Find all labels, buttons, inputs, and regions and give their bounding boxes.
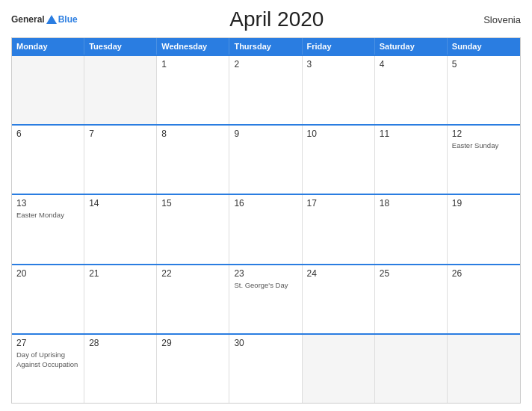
day-number: 21 [89, 268, 152, 279]
calendar-cell: 28 [84, 335, 157, 403]
calendar-cell: 19 [448, 195, 520, 263]
day-number: 10 [307, 129, 370, 139]
day-number: 26 [452, 268, 516, 279]
calendar-cell: 14 [84, 195, 157, 263]
day-number: 1 [161, 59, 224, 69]
calendar-cell: 5 [448, 56, 520, 124]
calendar-grid: MondayTuesdayWednesdayThursdayFridaySatu… [11, 37, 521, 404]
calendar-cell: 6 [12, 126, 84, 194]
calendar-cell: 18 [375, 195, 448, 263]
weekday-header: Friday [303, 38, 375, 55]
day-number: 29 [161, 338, 224, 348]
calendar-cell: 16 [229, 195, 302, 263]
calendar-cell [448, 335, 520, 403]
day-number: 18 [380, 198, 442, 208]
day-number: 14 [89, 198, 152, 208]
day-number: 23 [234, 268, 297, 279]
weekday-header: Saturday [375, 38, 448, 55]
country-label: Slovenia [476, 14, 521, 25]
calendar-cell: 12Easter Sunday [448, 126, 520, 194]
calendar-cell: 13Easter Monday [12, 195, 84, 263]
calendar-cell: 23St. George's Day [229, 265, 302, 333]
day-number: 25 [380, 268, 442, 279]
holiday-label: St. George's Day [234, 281, 288, 289]
calendar-cell: 26 [448, 265, 520, 333]
day-number: 17 [307, 198, 370, 208]
weekday-header: Wednesday [157, 38, 229, 55]
holiday-label: Easter Monday [16, 211, 64, 219]
calendar-cell: 17 [303, 195, 375, 263]
weekday-header: Tuesday [84, 38, 157, 55]
weekday-header: Sunday [448, 38, 520, 55]
day-number: 27 [16, 338, 79, 348]
logo-general-text: General [11, 14, 45, 25]
logo-triangle-icon [46, 15, 57, 24]
calendar-cell [375, 335, 448, 403]
calendar-cell [303, 335, 375, 403]
logo: General Blue [11, 14, 78, 25]
day-number: 24 [307, 268, 370, 279]
day-number: 30 [234, 338, 297, 348]
calendar-cell [12, 56, 84, 124]
calendar-cell: 2 [229, 56, 302, 124]
day-number: 12 [452, 129, 516, 139]
calendar-cell: 24 [303, 265, 375, 333]
day-number: 20 [16, 268, 79, 279]
calendar-cell [84, 56, 157, 124]
calendar-cell: 29 [157, 335, 229, 403]
calendar-title: April 2020 [78, 7, 476, 31]
holiday-label: Easter Sunday [452, 141, 498, 149]
day-number: 3 [307, 59, 370, 69]
calendar-cell: 7 [84, 126, 157, 194]
calendar-cell: 11 [375, 126, 448, 194]
weekday-header: Thursday [229, 38, 302, 55]
calendar-cell: 20 [12, 265, 84, 333]
calendar-cell: 3 [303, 56, 375, 124]
day-number: 19 [452, 198, 516, 208]
calendar-row: 20212223St. George's Day242526 [12, 264, 520, 333]
day-number: 5 [452, 59, 516, 69]
day-number: 22 [161, 268, 224, 279]
holiday-label: Day of UprisingAgainst Occupation [16, 350, 78, 368]
calendar-body: 123456789101112Easter Sunday13Easter Mon… [12, 55, 520, 403]
day-number: 8 [161, 129, 224, 139]
calendar-page: General Blue April 2020 Slovenia MondayT… [0, 0, 532, 411]
day-number: 6 [16, 129, 79, 139]
calendar-cell: 27Day of UprisingAgainst Occupation [12, 335, 84, 403]
calendar-cell: 4 [375, 56, 448, 124]
day-number: 7 [89, 129, 152, 139]
calendar-cell: 8 [157, 126, 229, 194]
calendar-row: 27Day of UprisingAgainst Occupation28293… [12, 333, 520, 403]
calendar-row: 6789101112Easter Sunday [12, 124, 520, 194]
day-number: 2 [234, 59, 297, 69]
day-number: 15 [161, 198, 224, 208]
calendar-cell: 22 [157, 265, 229, 333]
day-number: 28 [89, 338, 152, 348]
calendar-row: 13Easter Monday141516171819 [12, 194, 520, 263]
day-number: 11 [380, 129, 442, 139]
calendar-row: 12345 [12, 55, 520, 124]
day-number: 9 [234, 129, 297, 139]
day-number: 13 [16, 198, 79, 208]
calendar-header: MondayTuesdayWednesdayThursdayFridaySatu… [12, 38, 520, 55]
calendar-cell: 10 [303, 126, 375, 194]
weekday-header: Monday [12, 38, 84, 55]
day-number: 4 [380, 59, 442, 69]
calendar-cell: 25 [375, 265, 448, 333]
calendar-cell: 30 [229, 335, 302, 403]
calendar-cell: 21 [84, 265, 157, 333]
calendar-cell: 9 [229, 126, 302, 194]
logo-blue-text: Blue [58, 14, 78, 25]
header: General Blue April 2020 Slovenia [11, 7, 521, 31]
day-number: 16 [234, 198, 297, 208]
calendar-cell: 1 [157, 56, 229, 124]
calendar-cell: 15 [157, 195, 229, 263]
